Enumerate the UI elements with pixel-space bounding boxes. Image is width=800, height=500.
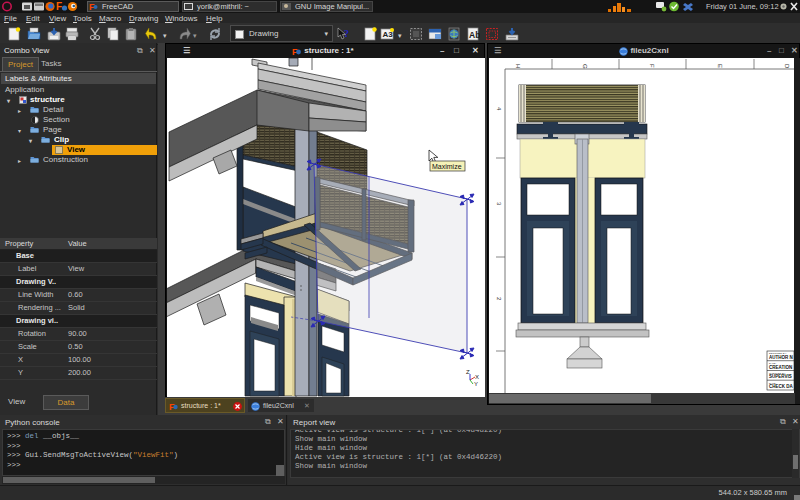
svg-text:Maximize: Maximize: [432, 163, 462, 170]
svg-text:DATE:: DATE:: [769, 362, 776, 365]
svg-text:Ab: Ab: [469, 30, 480, 40]
svg-text:X: X: [475, 374, 479, 380]
svg-text:F: F: [649, 64, 655, 68]
svg-text:CHECKED BY:: CHECKED BY:: [769, 372, 786, 375]
svg-text:E: E: [717, 64, 723, 68]
svg-text:DATE:: DATE:: [769, 382, 776, 385]
svg-text:CREATION: CREATION: [769, 365, 792, 370]
svg-text:Z: Z: [466, 369, 470, 375]
svg-text:D: D: [784, 64, 790, 69]
svg-text:F: F: [56, 1, 62, 12]
svg-text:G: G: [582, 64, 588, 69]
svg-text:DESIGNED BY:: DESIGNED BY:: [769, 352, 787, 355]
svg-text:H: H: [515, 64, 521, 68]
svg-text:AUTHOR N: AUTHOR N: [769, 355, 793, 360]
svg-text:?: ?: [344, 28, 349, 39]
svg-text:Y: Y: [474, 381, 478, 387]
